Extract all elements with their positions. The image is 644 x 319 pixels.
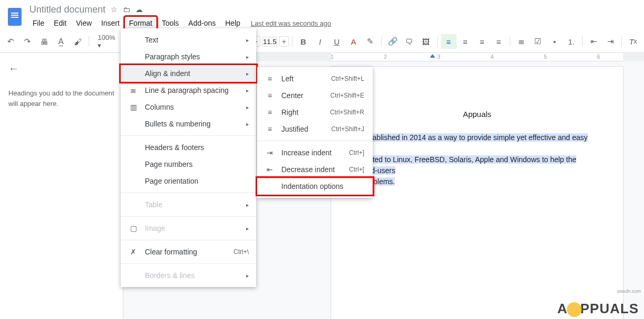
indent-increase-button[interactable]: ⇥ (603, 34, 618, 49)
dd-paragraph-styles[interactable]: Paragraph styles▸ (121, 48, 256, 65)
doc-heading[interactable]: Appuals (363, 109, 592, 121)
dd-table: Table▸ (121, 196, 256, 213)
menu-bar: File Edit View Insert Format Tools Add-o… (25, 16, 640, 30)
print-button[interactable]: 🖶 (37, 34, 52, 49)
align-left-icon: ≡ (265, 75, 275, 83)
sub-center[interactable]: ≡CenterCtrl+Shift+E (257, 87, 373, 104)
sub-decrease-indent[interactable]: ⇤Decrease indentCtrl+[ (257, 161, 373, 178)
bold-button[interactable]: B (295, 34, 311, 49)
menu-format[interactable]: Format (125, 17, 156, 29)
bulleted-list-button[interactable]: • (547, 34, 563, 49)
toolbar: ↶ ↷ 🖶 A̲ 🖌 100% ▾ Normal text ▾ Arial ▾ … (0, 30, 644, 53)
indent-decrease-icon: ⇤ (265, 165, 275, 174)
image-button[interactable]: 🖼 (418, 34, 434, 49)
format-dropdown: Text▸ Paragraph styles▸ Align & indent▸ … (121, 28, 256, 287)
watermark: APPUALS (552, 299, 644, 319)
comment-button[interactable]: 🗨 (402, 34, 417, 49)
indent-increase-icon: ⇥ (265, 148, 275, 157)
indent-decrease-button[interactable]: ⇤ (586, 34, 601, 49)
menu-insert[interactable]: Insert (97, 17, 124, 29)
menu-tools[interactable]: Tools (157, 17, 183, 29)
star-icon[interactable]: ☆ (111, 5, 118, 14)
menu-help[interactable]: Help (221, 17, 245, 29)
align-indent-submenu: ≡LeftCtrl+Shift+L ≡CenterCtrl+Shift+E ≡R… (257, 67, 373, 198)
dd-borders-lines: Borders & lines▸ (121, 267, 256, 284)
dd-align-indent[interactable]: Align & indent▸ (121, 65, 256, 82)
link-button[interactable]: 🔗 (385, 34, 400, 49)
menu-edit[interactable]: Edit (50, 17, 71, 29)
redo-button[interactable]: ↷ (20, 34, 36, 49)
dd-bullets[interactable]: Bullets & numbering▸ (121, 115, 256, 132)
align-justify-button[interactable]: ≡ (491, 34, 506, 49)
dd-headers-footers[interactable]: Headers & footers (121, 139, 256, 156)
docs-logo[interactable] (4, 3, 25, 30)
font-size-increase[interactable]: + (279, 36, 289, 47)
checklist-button[interactable]: ☑ (530, 34, 546, 49)
indent-marker-icon[interactable] (430, 54, 435, 58)
dd-page-orientation[interactable]: Page orientation (121, 173, 256, 189)
outline-pane: ← Headings you add to the document will … (0, 53, 123, 319)
mascot-icon (567, 302, 582, 317)
highlight-button[interactable]: ✎ (362, 34, 378, 49)
dd-page-numbers[interactable]: Page numbers (121, 156, 256, 173)
outline-placeholder: Headings you add to the document will ap… (8, 88, 114, 109)
sub-left[interactable]: ≡LeftCtrl+Shift+L (257, 70, 373, 87)
sub-indentation-options[interactable]: Indentation options (257, 178, 373, 195)
align-center-button[interactable]: ≡ (458, 34, 473, 49)
attribution: wsxdn.com (617, 289, 641, 294)
move-icon[interactable]: 🗀 (123, 5, 130, 14)
font-size-input[interactable]: 11.5 (262, 37, 277, 47)
back-arrow-icon[interactable]: ← (8, 62, 114, 75)
menu-view[interactable]: View (72, 17, 96, 29)
menu-file[interactable]: File (28, 17, 49, 29)
paint-format-button[interactable]: 🖌 (70, 34, 86, 49)
dd-columns[interactable]: ▥Columns▸ (121, 99, 256, 115)
dd-clear-formatting[interactable]: ✗Clear formattingCtrl+\ (121, 243, 256, 260)
underline-button[interactable]: U (329, 34, 345, 49)
sub-increase-indent[interactable]: ⇥Increase indentCtrl+] (257, 144, 373, 161)
align-right-icon: ≡ (265, 108, 275, 116)
sub-justified[interactable]: ≡JustifiedCtrl+Shift+J (257, 121, 373, 137)
undo-button[interactable]: ↶ (3, 34, 19, 49)
align-center-icon: ≡ (265, 91, 275, 100)
sub-right[interactable]: ≡RightCtrl+Shift+R (257, 104, 373, 121)
text-color-button[interactable]: A (346, 34, 362, 49)
last-edit[interactable]: Last edit was seconds ago (251, 19, 331, 27)
doc-text-line1[interactable]: established in 2014 as a way to provide … (363, 133, 588, 153)
menu-addons[interactable]: Add-ons (184, 17, 220, 29)
dd-text[interactable]: Text▸ (121, 31, 256, 48)
dd-image: ▢Image▸ (121, 220, 256, 237)
align-left-button[interactable]: ≡ (441, 34, 457, 49)
numbered-list-button[interactable]: 1. (564, 34, 579, 49)
line-spacing-button[interactable]: ≣ (513, 34, 529, 49)
spellcheck-button[interactable]: A̲ (54, 34, 69, 49)
align-right-button[interactable]: ≡ (474, 34, 490, 49)
clear-format-button[interactable]: Tx (625, 34, 641, 49)
cloud-icon[interactable]: ☁ (135, 5, 143, 14)
document-page[interactable]: Appuals established in 2014 as a way to … (331, 66, 624, 319)
align-justify-icon: ≡ (265, 125, 275, 133)
dd-line-spacing[interactable]: ≣Line & paragraph spacing▸ (121, 82, 256, 99)
italic-button[interactable]: I (312, 34, 328, 49)
doc-title[interactable]: Untitled document (29, 4, 105, 15)
doc-text-line2[interactable]: elated to Linux, FreeBSD, Solaris, Apple… (363, 155, 576, 175)
